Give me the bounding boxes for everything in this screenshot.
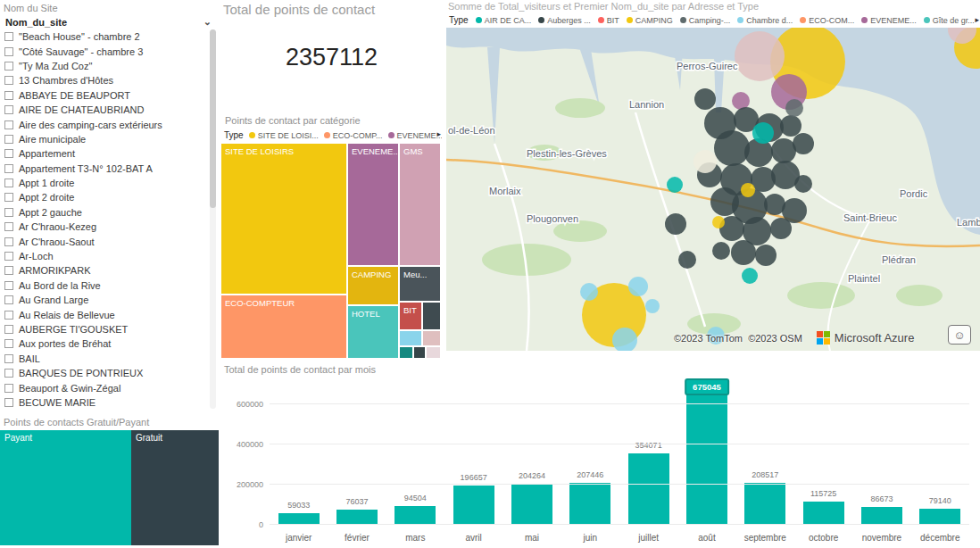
slicer-item[interactable]: Appt 2 gauche [0,205,207,220]
map-bubble[interactable] [580,283,598,301]
bar-août[interactable] [686,389,727,525]
slicer-item[interactable]: Beauport & Gwin-Zégal [0,380,207,394]
map-bubble[interactable] [712,216,725,228]
checkbox[interactable] [4,266,13,275]
treemap-tile-gratuit[interactable]: Gratuit [131,430,219,545]
checkbox[interactable] [4,91,13,100]
checkbox[interactable] [4,76,13,85]
slicer-item[interactable]: 13 Chambres d'Hôtes [0,73,207,87]
slicer-item[interactable]: Appt 2 droite [0,190,207,204]
map-bubble[interactable] [741,183,755,197]
slicer-item[interactable]: Appt 1 droite [0,176,207,190]
legend-item[interactable]: BIT [598,16,619,25]
map-bubble[interactable] [770,218,792,239]
slicer-item[interactable]: BARQUES DE PONTRIEUX [0,366,207,380]
map-bubble[interactable] [793,133,814,154]
slicer-item[interactable]: Ar-Loch [0,249,207,263]
bar-avril[interactable] [453,486,494,525]
bar-mai[interactable] [511,484,552,525]
map-bubble[interactable] [785,99,803,117]
checkbox[interactable] [4,120,13,129]
map-bubble[interactable] [780,115,801,137]
checkbox[interactable] [4,164,13,173]
legend-item[interactable]: Gîte de gr... [924,16,975,25]
treemap-tile-gms[interactable]: GMS [400,144,440,265]
treemap-tile[interactable] [414,347,425,358]
slicer-item[interactable]: Au Bord de la Rive [0,278,207,293]
chevron-down-icon[interactable]: ⌄ [203,16,212,28]
legend-item[interactable]: AIR DE CA... [476,16,532,25]
treemap-tile[interactable] [400,331,421,345]
checkbox[interactable] [4,193,13,202]
checkbox[interactable] [4,295,13,304]
checkbox[interactable] [4,105,13,114]
checkbox[interactable] [4,339,13,348]
checkbox[interactable] [4,32,13,41]
slicer-item[interactable]: Aux portes de Bréhat [0,336,207,351]
checkbox[interactable] [4,281,13,290]
treemap-tile-camping[interactable]: CAMPING [348,267,398,304]
treemap-tile[interactable] [427,347,440,358]
slicer-field-dropdown[interactable]: Nom_du_site ⌄ [0,14,219,30]
slicer-item[interactable]: Ar C'hraou-Saout [0,234,207,248]
checkbox[interactable] [4,325,13,334]
map-bubble[interactable] [771,138,796,163]
treemap-tile[interactable] [400,347,412,358]
map-bubble[interactable] [665,213,686,235]
treemap-tile-bit[interactable]: BIT [400,303,421,329]
map-bubble[interactable] [755,245,777,266]
slicer-item[interactable]: ABBAYE DE BEAUPORT [0,88,207,103]
checkbox[interactable] [4,62,13,71]
bar-octobre[interactable] [803,502,844,525]
bar-mars[interactable] [394,506,436,525]
checkbox[interactable] [4,237,13,246]
map-bubble[interactable] [694,88,716,110]
slicer-item[interactable]: BAIL [0,352,207,366]
slicer-item[interactable]: Au Relais de Bellevue [0,307,207,321]
bar-novembre[interactable] [861,507,902,525]
treemap-tile-eveneme-[interactable]: EVENEME... [348,144,398,265]
checkbox[interactable] [4,222,13,231]
slicer-item[interactable]: AUBERGE TI'GOUSKET [0,322,207,336]
bar-juin[interactable] [569,483,610,525]
bar-juillet[interactable] [628,453,669,525]
map-bubble[interactable] [645,299,660,313]
map-bubble[interactable] [742,268,758,284]
map-bubble[interactable] [735,31,785,81]
bar-février[interactable] [336,510,378,525]
legend-overflow-icon[interactable]: ▸ [975,15,979,24]
legend-item[interactable]: Auberges ... [538,16,591,25]
checkbox[interactable] [4,135,13,144]
legend-item[interactable]: EVENEME... [861,16,917,25]
slicer-item[interactable]: Appartement [0,146,207,161]
treemap-tile[interactable] [423,331,440,345]
map-bubble[interactable] [628,277,648,296]
treemap-tile-hotel[interactable]: HOTEL [348,306,398,358]
map-bubble[interactable] [712,242,730,260]
map-bubble[interactable] [714,130,750,166]
slicer-item[interactable]: "Côté Sauvage" - chambre 3 [0,44,207,58]
legend-item[interactable]: SITE DE LOISI... [249,131,319,140]
checkbox[interactable] [4,47,13,56]
checkbox[interactable] [4,398,13,407]
legend-item[interactable]: Chambre d... [737,16,793,25]
treemap-tile[interactable] [423,303,440,329]
treemap-tile-eco-compteur[interactable]: ECO-COMPTEUR [221,295,346,358]
map-bubble[interactable] [731,240,756,265]
checkbox[interactable] [4,354,13,363]
map-bubble[interactable] [732,92,750,110]
slicer-item[interactable]: Au Grand Large [0,293,207,307]
map-bubble[interactable] [752,122,774,144]
slicer-item[interactable]: Ar C'hraou-Kezeg [0,220,207,234]
map-bubble[interactable] [667,177,683,193]
legend-item[interactable]: CAMPING [627,16,673,25]
map-bubble[interactable] [794,175,812,193]
slicer-item[interactable]: "Beach House" - chambre 2 [0,29,207,44]
legend-overflow-icon[interactable]: ▸ [436,129,441,138]
bar-septembre[interactable] [744,483,785,525]
checkbox[interactable] [4,311,13,320]
bar-décembre[interactable] [919,509,960,525]
checkbox[interactable] [4,252,13,261]
legend-item[interactable]: ECO-COMP... [324,131,383,140]
checkbox[interactable] [4,179,13,187]
